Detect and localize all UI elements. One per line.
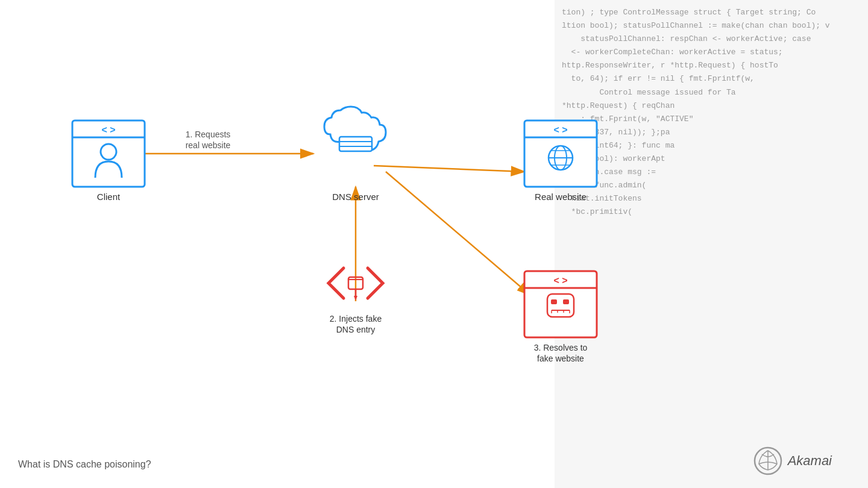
- svg-rect-13: [339, 137, 372, 151]
- akamai-icon: [753, 446, 783, 476]
- svg-rect-26: [348, 277, 363, 289]
- svg-text:fake website: fake website: [537, 354, 584, 363]
- svg-rect-17: [524, 120, 597, 187]
- diagram-svg: 1. Requests real website < > Client DNS …: [0, 0, 868, 488]
- svg-text:1. Requests: 1. Requests: [186, 130, 231, 139]
- svg-point-20: [549, 146, 573, 170]
- akamai-logo: Akamai: [753, 446, 832, 476]
- svg-text:real website: real website: [186, 140, 231, 150]
- svg-rect-35: [547, 294, 574, 317]
- akamai-text: Akamai: [788, 453, 832, 469]
- svg-text:Real website: Real website: [535, 192, 587, 202]
- svg-text:DNS entry: DNS entry: [336, 325, 376, 334]
- svg-rect-32: [524, 271, 597, 337]
- svg-text:< >: < >: [553, 125, 567, 135]
- svg-line-3: [374, 166, 524, 172]
- svg-point-11: [101, 144, 116, 160]
- svg-text:3. Resolves to: 3. Resolves to: [534, 343, 588, 352]
- svg-line-5: [386, 172, 530, 295]
- svg-text:2. Injects fake: 2. Injects fake: [330, 314, 382, 324]
- svg-text:Client: Client: [97, 192, 121, 202]
- svg-rect-37: [563, 299, 569, 304]
- svg-marker-29: [354, 296, 357, 301]
- svg-rect-8: [72, 120, 145, 187]
- svg-text:DNS server: DNS server: [332, 192, 379, 202]
- svg-rect-36: [551, 299, 557, 304]
- svg-text:< >: < >: [553, 275, 567, 286]
- svg-point-21: [555, 146, 567, 170]
- svg-text:< >: < >: [101, 125, 115, 135]
- main-content: 1. Requests real website < > Client DNS …: [0, 0, 868, 488]
- page-title: What is DNS cache poisoning?: [18, 459, 151, 470]
